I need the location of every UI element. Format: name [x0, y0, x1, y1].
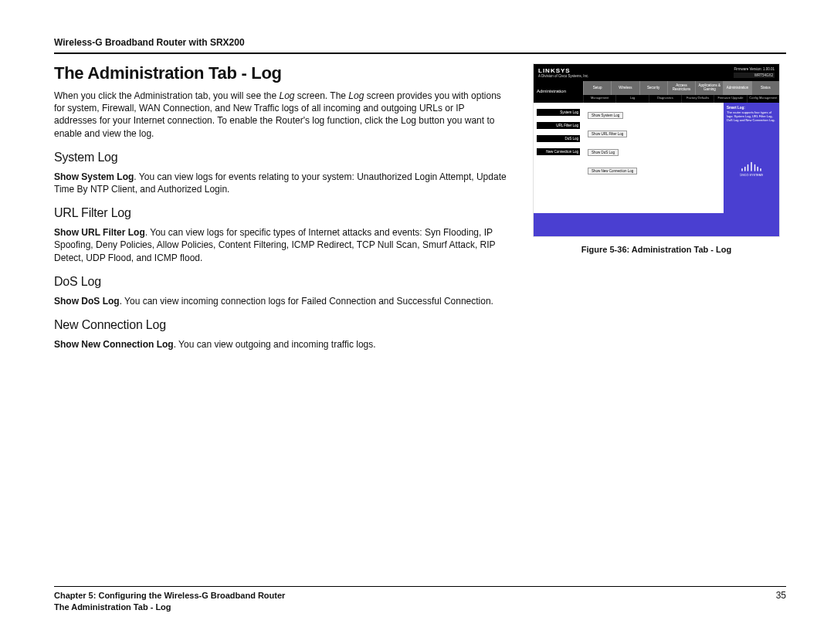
header-rule — [54, 53, 786, 54]
shot-button-column: Show System Log Show URL Filter Log Show… — [583, 103, 724, 213]
rest-new-connection-log: . You can view outgoing and incoming tra… — [174, 339, 376, 350]
page-number: 35 — [776, 590, 786, 613]
shot-tab-access[interactable]: Access Restrictions — [667, 81, 695, 95]
shot-button-show-url-filter-log[interactable]: Show URL Filter Log — [588, 130, 627, 137]
shot-subtab-firmware-upgrade[interactable]: Firmware Upgrade — [714, 95, 746, 103]
shot-subtab-diagnostics[interactable]: Diagnostics — [649, 95, 681, 103]
shot-label-system-log: System Log — [537, 109, 580, 116]
shot-subtabs-row: Management Log Diagnostics Factory Defau… — [534, 95, 779, 103]
intro-pre: When you click the Administration tab, y… — [54, 90, 279, 101]
shot-label-new-connection-log: New Connection Log — [537, 148, 580, 155]
section-body-system-log: Show System Log. You can view logs for e… — [54, 171, 510, 195]
shot-tab-wireless[interactable]: Wireless — [611, 81, 639, 95]
rest-dos-log: . You can view incoming connection logs … — [120, 296, 493, 307]
shot-tab-setup[interactable]: Setup — [583, 81, 611, 95]
page-footer: Chapter 5: Configuring the Wireless-G Br… — [54, 586, 786, 613]
shot-tab-apps[interactable]: Applications & Gaming — [695, 81, 723, 95]
content-columns: The Administration Tab - Log When you cl… — [54, 63, 786, 361]
footer-breadcrumb: The Administration Tab - Log — [54, 602, 285, 613]
section-heading-dos-log: DoS Log — [54, 275, 510, 289]
manual-page: Wireless-G Broadband Router with SRX200 … — [0, 0, 834, 644]
shot-section-title: Administration — [534, 81, 583, 95]
shot-label-dos-log: DoS Log — [537, 135, 580, 142]
shot-tabs-row: Administration Setup Wireless Security A… — [534, 81, 779, 95]
cisco-logo-icon: CISCO SYSTEMS — [727, 158, 776, 179]
shot-firmware: Firmware Version: 1.00.01 — [734, 67, 775, 71]
lead-url-filter-log: Show URL Filter Log — [54, 227, 145, 238]
figure-caption: Figure 5-36: Administration Tab - Log — [533, 245, 780, 254]
section-heading-new-connection-log: New Connection Log — [54, 318, 510, 332]
intro-log-em-2: Log — [348, 90, 364, 101]
section-body-url-filter-log: Show URL Filter Log. You can view logs f… — [54, 226, 510, 264]
text-column: The Administration Tab - Log When you cl… — [54, 63, 510, 361]
shot-tab-status[interactable]: Status — [751, 81, 779, 95]
shot-brandbar: LINKSYS A Division of Cisco Systems, Inc… — [534, 64, 779, 81]
shot-button-show-new-connection-log[interactable]: Show New Connection Log — [588, 168, 637, 175]
footer-chapter: Chapter 5: Configuring the Wireless-G Br… — [54, 590, 285, 602]
shot-subtab-log[interactable]: Log — [615, 95, 648, 103]
section-body-new-connection-log: Show New Connection Log. You can view ou… — [54, 338, 510, 351]
product-header: Wireless-G Broadband Router with SRX200 — [54, 37, 786, 48]
shot-brand: LINKSYS — [538, 67, 589, 74]
section-heading-system-log: System Log — [54, 151, 510, 164]
section-heading-url-filter-log: URL Filter Log — [54, 206, 510, 220]
shot-body: System Log URL Filter Log DoS Log New Co… — [534, 103, 779, 213]
footer-rule — [54, 586, 786, 587]
shot-subtab-factory-defaults[interactable]: Factory Defaults — [681, 95, 714, 103]
lead-system-log: Show System Log — [54, 171, 134, 182]
page-title: The Administration Tab - Log — [54, 63, 510, 83]
intro-paragraph: When you click the Administration tab, y… — [54, 90, 510, 140]
shot-label-url-filter-log: URL Filter Log — [537, 122, 580, 129]
lead-new-connection-log: Show New Connection Log — [54, 339, 174, 350]
shot-brand-sub: A Division of Cisco Systems, Inc. — [538, 74, 589, 78]
section-body-dos-log: Show DoS Log. You can view incoming conn… — [54, 295, 510, 307]
svg-text:CISCO SYSTEMS: CISCO SYSTEMS — [740, 173, 763, 176]
figure-column: LINKSYS A Division of Cisco Systems, Inc… — [533, 63, 780, 361]
shot-model: WRT54GX2 — [734, 73, 775, 78]
figure-screenshot: LINKSYS A Division of Cisco Systems, Inc… — [533, 63, 780, 237]
shot-subtab-config-management[interactable]: Config Management — [747, 95, 779, 103]
shot-button-show-dos-log[interactable]: Show DoS Log — [588, 149, 619, 156]
lead-dos-log: Show DoS Log — [54, 296, 120, 307]
intro-log-em-1: Log — [279, 90, 294, 101]
shot-bottom-bar — [534, 213, 779, 236]
intro-mid1: screen. The — [295, 90, 349, 101]
shot-help-panel: Smart Log: The router supports four type… — [724, 103, 779, 213]
shot-help-body: The router supports four types of logs: … — [727, 110, 776, 122]
shot-subtab-management[interactable]: Management — [583, 95, 615, 103]
shot-button-show-system-log[interactable]: Show System Log — [588, 112, 623, 119]
shot-label-column: System Log URL Filter Log DoS Log New Co… — [534, 103, 583, 213]
shot-tab-administration[interactable]: Administration — [723, 81, 751, 95]
shot-tab-security[interactable]: Security — [639, 81, 667, 95]
